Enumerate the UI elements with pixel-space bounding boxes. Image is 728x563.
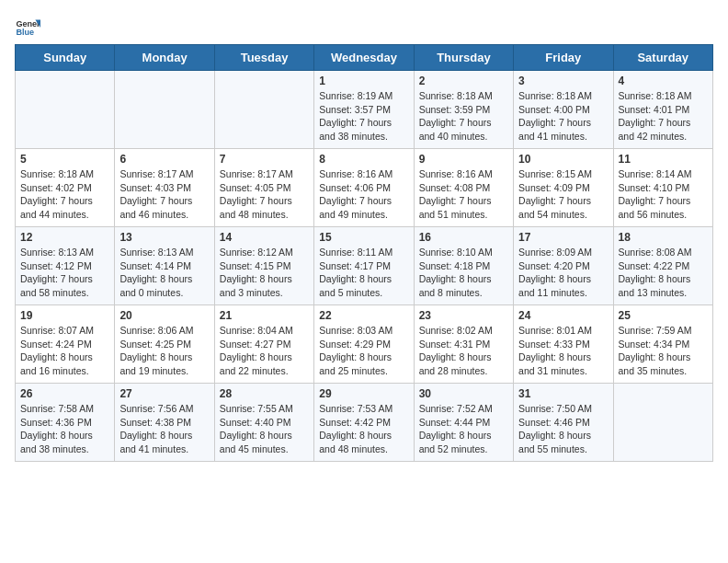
weekday-header-cell: Saturday	[613, 45, 712, 71]
day-number: 31	[518, 387, 608, 400]
calendar-week-row: 1Sunrise: 8:19 AMSunset: 3:57 PMDaylight…	[16, 71, 713, 149]
calendar-cell: 9Sunrise: 8:16 AMSunset: 4:08 PMDaylight…	[414, 149, 513, 227]
day-info: Sunrise: 8:11 AMSunset: 4:17 PMDaylight:…	[319, 246, 408, 300]
day-info: Sunrise: 8:18 AMSunset: 4:01 PMDaylight:…	[619, 89, 708, 144]
day-number: 26	[20, 387, 109, 400]
day-info: Sunrise: 8:18 AMSunset: 4:00 PMDaylight:…	[518, 89, 608, 144]
day-number: 9	[419, 153, 508, 166]
day-number: 24	[518, 309, 608, 322]
calendar-week-row: 19Sunrise: 8:07 AMSunset: 4:24 PMDayligh…	[16, 305, 713, 384]
day-number: 20	[119, 309, 209, 322]
day-info: Sunrise: 8:09 AMSunset: 4:20 PMDaylight:…	[518, 246, 608, 300]
day-number: 12	[20, 231, 109, 244]
calendar-cell: 21Sunrise: 8:04 AMSunset: 4:27 PMDayligh…	[214, 305, 313, 384]
day-number: 4	[619, 75, 708, 87]
day-number: 10	[518, 153, 608, 166]
day-number: 25	[619, 309, 708, 322]
calendar-cell: 5Sunrise: 8:18 AMSunset: 4:02 PMDaylight…	[16, 149, 115, 227]
calendar-cell: 27Sunrise: 7:56 AMSunset: 4:38 PMDayligh…	[115, 384, 214, 462]
day-number: 8	[319, 153, 408, 166]
day-info: Sunrise: 8:07 AMSunset: 4:24 PMDaylight:…	[20, 324, 109, 378]
calendar-body: 1Sunrise: 8:19 AMSunset: 3:57 PMDaylight…	[16, 71, 713, 462]
calendar-cell: 7Sunrise: 8:17 AMSunset: 4:05 PMDaylight…	[214, 149, 313, 227]
day-info: Sunrise: 7:53 AMSunset: 4:42 PMDaylight:…	[319, 402, 408, 456]
day-number: 14	[220, 231, 309, 244]
day-info: Sunrise: 8:10 AMSunset: 4:18 PMDaylight:…	[419, 246, 508, 300]
day-number: 13	[119, 231, 209, 244]
day-number: 28	[220, 387, 309, 400]
day-info: Sunrise: 7:56 AMSunset: 4:38 PMDaylight:…	[119, 402, 209, 456]
weekday-header-row: SundayMondayTuesdayWednesdayThursdayFrid…	[16, 45, 713, 71]
calendar-cell: 29Sunrise: 7:53 AMSunset: 4:42 PMDayligh…	[314, 384, 414, 462]
calendar-week-row: 5Sunrise: 8:18 AMSunset: 4:02 PMDaylight…	[16, 149, 713, 227]
day-number: 27	[119, 387, 209, 400]
calendar-cell: 24Sunrise: 8:01 AMSunset: 4:33 PMDayligh…	[514, 305, 613, 384]
day-info: Sunrise: 7:52 AMSunset: 4:44 PMDaylight:…	[419, 402, 508, 456]
logo: General Blue	[15, 15, 40, 40]
day-number: 3	[518, 75, 608, 87]
day-info: Sunrise: 8:06 AMSunset: 4:25 PMDaylight:…	[119, 324, 209, 378]
calendar-cell: 15Sunrise: 8:11 AMSunset: 4:17 PMDayligh…	[314, 227, 414, 305]
calendar-cell: 22Sunrise: 8:03 AMSunset: 4:29 PMDayligh…	[314, 305, 414, 384]
day-info: Sunrise: 8:19 AMSunset: 3:57 PMDaylight:…	[319, 89, 408, 144]
day-info: Sunrise: 8:04 AMSunset: 4:27 PMDaylight:…	[220, 324, 309, 378]
day-number: 21	[220, 309, 309, 322]
day-number: 16	[419, 231, 508, 244]
weekday-header-cell: Thursday	[414, 45, 513, 71]
logo-icon: General Blue	[15, 15, 40, 40]
day-info: Sunrise: 7:50 AMSunset: 4:46 PMDaylight:…	[518, 402, 608, 456]
day-info: Sunrise: 8:08 AMSunset: 4:22 PMDaylight:…	[619, 246, 708, 300]
day-number: 15	[319, 231, 408, 244]
calendar-cell: 31Sunrise: 7:50 AMSunset: 4:46 PMDayligh…	[514, 384, 613, 462]
day-info: Sunrise: 8:18 AMSunset: 4:02 PMDaylight:…	[20, 167, 109, 222]
calendar-table: SundayMondayTuesdayWednesdayThursdayFrid…	[15, 44, 713, 462]
day-info: Sunrise: 8:14 AMSunset: 4:10 PMDaylight:…	[619, 167, 708, 222]
day-info: Sunrise: 8:17 AMSunset: 4:03 PMDaylight:…	[119, 167, 209, 222]
day-number: 11	[619, 153, 708, 166]
calendar-cell: 11Sunrise: 8:14 AMSunset: 4:10 PMDayligh…	[613, 149, 712, 227]
calendar-cell	[115, 71, 214, 149]
calendar-cell: 18Sunrise: 8:08 AMSunset: 4:22 PMDayligh…	[613, 227, 712, 305]
day-info: Sunrise: 8:18 AMSunset: 3:59 PMDaylight:…	[419, 89, 508, 144]
calendar-cell: 19Sunrise: 8:07 AMSunset: 4:24 PMDayligh…	[16, 305, 115, 384]
calendar-cell: 28Sunrise: 7:55 AMSunset: 4:40 PMDayligh…	[214, 384, 313, 462]
day-info: Sunrise: 8:17 AMSunset: 4:05 PMDaylight:…	[220, 167, 309, 222]
calendar-cell: 26Sunrise: 7:58 AMSunset: 4:36 PMDayligh…	[16, 384, 115, 462]
calendar-cell: 6Sunrise: 8:17 AMSunset: 4:03 PMDaylight…	[115, 149, 214, 227]
day-number: 6	[119, 153, 209, 166]
day-info: Sunrise: 8:13 AMSunset: 4:12 PMDaylight:…	[20, 246, 109, 300]
weekday-header-cell: Tuesday	[214, 45, 313, 71]
day-number: 17	[518, 231, 608, 244]
calendar-cell: 2Sunrise: 8:18 AMSunset: 3:59 PMDaylight…	[414, 71, 513, 149]
day-info: Sunrise: 8:01 AMSunset: 4:33 PMDaylight:…	[518, 324, 608, 378]
calendar-cell: 8Sunrise: 8:16 AMSunset: 4:06 PMDaylight…	[314, 149, 414, 227]
day-number: 18	[619, 231, 708, 244]
calendar-cell: 12Sunrise: 8:13 AMSunset: 4:12 PMDayligh…	[16, 227, 115, 305]
day-number: 22	[319, 309, 408, 322]
day-info: Sunrise: 7:55 AMSunset: 4:40 PMDaylight:…	[220, 402, 309, 456]
day-info: Sunrise: 8:13 AMSunset: 4:14 PMDaylight:…	[119, 246, 209, 300]
calendar-cell	[613, 384, 712, 462]
day-info: Sunrise: 8:03 AMSunset: 4:29 PMDaylight:…	[319, 324, 408, 378]
day-info: Sunrise: 8:12 AMSunset: 4:15 PMDaylight:…	[220, 246, 309, 300]
calendar-cell: 30Sunrise: 7:52 AMSunset: 4:44 PMDayligh…	[414, 384, 513, 462]
calendar-cell: 1Sunrise: 8:19 AMSunset: 3:57 PMDaylight…	[314, 71, 414, 149]
calendar-cell: 4Sunrise: 8:18 AMSunset: 4:01 PMDaylight…	[613, 71, 712, 149]
svg-text:Blue: Blue	[16, 28, 34, 37]
day-info: Sunrise: 8:02 AMSunset: 4:31 PMDaylight:…	[419, 324, 508, 378]
calendar-cell: 3Sunrise: 8:18 AMSunset: 4:00 PMDaylight…	[514, 71, 613, 149]
calendar-week-row: 12Sunrise: 8:13 AMSunset: 4:12 PMDayligh…	[16, 227, 713, 305]
day-number: 30	[419, 387, 508, 400]
calendar-cell: 14Sunrise: 8:12 AMSunset: 4:15 PMDayligh…	[214, 227, 313, 305]
day-number: 23	[419, 309, 508, 322]
day-number: 19	[20, 309, 109, 322]
calendar-cell: 17Sunrise: 8:09 AMSunset: 4:20 PMDayligh…	[514, 227, 613, 305]
weekday-header-cell: Wednesday	[314, 45, 414, 71]
calendar-week-row: 26Sunrise: 7:58 AMSunset: 4:36 PMDayligh…	[16, 384, 713, 462]
calendar-cell: 20Sunrise: 8:06 AMSunset: 4:25 PMDayligh…	[115, 305, 214, 384]
day-info: Sunrise: 7:58 AMSunset: 4:36 PMDaylight:…	[20, 402, 109, 456]
day-info: Sunrise: 8:16 AMSunset: 4:06 PMDaylight:…	[319, 167, 408, 222]
day-number: 5	[20, 153, 109, 166]
calendar-cell	[214, 71, 313, 149]
calendar-cell: 23Sunrise: 8:02 AMSunset: 4:31 PMDayligh…	[414, 305, 513, 384]
